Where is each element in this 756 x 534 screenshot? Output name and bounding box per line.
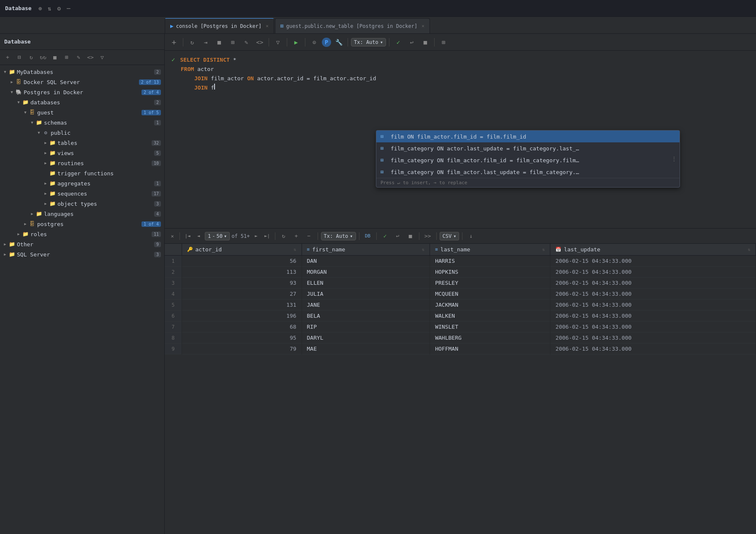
remove-row-btn[interactable]: − (304, 231, 315, 242)
cell-actor_id-3[interactable]: 93 (182, 278, 302, 289)
sidebar-item-schemas[interactable]: 📁 schemas 1 (0, 117, 164, 128)
cell-last_update-9[interactable]: 2006-02-15 04:34:33.000 (550, 343, 756, 354)
cell-actor_id-6[interactable]: 196 (182, 311, 302, 321)
cell-last_update-5[interactable]: 2006-02-15 04:34:33.000 (550, 300, 756, 311)
col-sort-last_update[interactable]: ⇅ (748, 247, 751, 252)
cell-last_update-2[interactable]: 2006-02-15 04:34:33.000 (550, 267, 756, 278)
autocomplete-dropdown[interactable]: ⊞ film ON film_actor.film_id = film.film… (376, 130, 680, 188)
stop-results-btn[interactable]: ■ (405, 231, 416, 242)
cell-first_name-6[interactable]: BELA (302, 311, 430, 321)
col-header-last_update[interactable]: 📅last_update⇅ (550, 244, 756, 256)
results-tx-select[interactable]: Tx: Auto ▾ (321, 232, 356, 240)
profile-btn[interactable]: P (322, 38, 331, 47)
table-tab-close[interactable]: ✕ (422, 23, 424, 29)
add-icon[interactable]: ⊕ (38, 5, 42, 12)
sidebar-item-mydatabases[interactable]: 📁 MyDatabases 2 (0, 67, 164, 77)
sidebar-item-docker-sql[interactable]: 🗄 Docker SQL Server 2 of 13 (0, 77, 164, 87)
undo-btn[interactable]: ↩ (406, 36, 418, 48)
sidebar-grid-btn[interactable]: ⊞ (62, 52, 72, 63)
cell-last_name-5[interactable]: JACKMAN (430, 300, 550, 311)
cell-actor_id-8[interactable]: 95 (182, 332, 302, 343)
cell-last_name-3[interactable]: PRESLEY (430, 278, 550, 289)
sidebar-item-public[interactable]: ⚙ public (0, 128, 164, 138)
sidebar-item-aggregates[interactable]: 📁 aggregates 1 (0, 178, 164, 188)
cell-last_name-2[interactable]: HOPKINS (430, 267, 550, 278)
revert-btn[interactable]: ↩ (392, 231, 403, 242)
apply-btn[interactable]: ✓ (380, 231, 391, 242)
tab-console[interactable]: ▶ console [Postgres in Docker] ✕ (165, 18, 274, 33)
cell-actor_id-9[interactable]: 79 (182, 343, 302, 354)
sidebar-item-tables[interactable]: 📁 tables 32 (0, 138, 164, 148)
cell-last_name-4[interactable]: MCQUEEN (430, 289, 550, 300)
sidebar-item-postgres-docker[interactable]: 🐘 Postgres in Docker 2 of 4 (0, 87, 164, 97)
autocomplete-item-3[interactable]: ⊞ film_category ON film_actor.last_updat… (376, 166, 680, 178)
db-icon-btn[interactable]: DB (362, 231, 373, 242)
cell-last_update-6[interactable]: 2006-02-15 04:34:33.000 (550, 311, 756, 321)
ac-more-btn[interactable]: ⋮ (671, 155, 677, 162)
cell-first_name-9[interactable]: MAE (302, 343, 430, 354)
cell-first_name-2[interactable]: MORGAN (302, 267, 430, 278)
cell-actor_id-5[interactable]: 131 (182, 300, 302, 311)
cell-last_name-1[interactable]: HARRIS (430, 256, 550, 267)
sidebar-code-btn[interactable]: <> (85, 52, 95, 63)
prev-page-btn[interactable]: ◄ (194, 232, 203, 241)
cell-actor_id-2[interactable]: 113 (182, 267, 302, 278)
cell-last_update-3[interactable]: 2006-02-15 04:34:33.000 (550, 278, 756, 289)
autocomplete-item-1[interactable]: ⊞ film_category ON actor.last_update = f… (376, 142, 680, 154)
sidebar-stop-btn[interactable]: ■ (50, 52, 60, 63)
cell-first_name-5[interactable]: JANE (302, 300, 430, 311)
add-row-btn[interactable]: + (291, 231, 302, 242)
sidebar-item-languages[interactable]: 📁 languages 4 (0, 209, 164, 219)
col-header-last_name[interactable]: ≡last_name⇅ (430, 244, 550, 256)
download-btn[interactable]: ↓ (465, 231, 476, 242)
layout-icon[interactable]: ⇅ (48, 5, 51, 12)
sidebar-copy-btn[interactable]: ⊟ (14, 52, 24, 63)
refresh-results-btn[interactable]: ↻ (278, 231, 289, 242)
history-btn[interactable]: ⊙ (308, 36, 320, 48)
sidebar-item-other[interactable]: 📁 Other 9 (0, 239, 164, 249)
sidebar-item-sqlserver[interactable]: 📁 SQL Server 3 (0, 249, 164, 259)
sidebar-item-object-types[interactable]: 📁 object types 3 (0, 199, 164, 209)
cell-last_update-4[interactable]: 2006-02-15 04:34:33.000 (550, 289, 756, 300)
sidebar-edit-btn[interactable]: ✎ (73, 52, 84, 63)
sidebar-item-postgres[interactable]: 🗄 postgres 1 of 4 (0, 219, 164, 229)
first-page-btn[interactable]: |◄ (183, 232, 192, 241)
tx-select[interactable]: Tx: Auto ▾ (351, 38, 386, 46)
col-header-actor_id[interactable]: 🔑actor_id⇅ (182, 244, 302, 256)
col-sort-last_name[interactable]: ⇅ (542, 247, 545, 252)
cell-first_name-7[interactable]: RIP (302, 321, 430, 332)
cell-actor_id-1[interactable]: 56 (182, 256, 302, 267)
cell-first_name-1[interactable]: DAN (302, 256, 430, 267)
sidebar-item-databases[interactable]: 📁 databases 2 (0, 97, 164, 107)
cell-last_name-7[interactable]: WINSLET (430, 321, 550, 332)
sidebar-refresh-all-btn[interactable]: ↻↻ (38, 52, 48, 63)
cell-last_update-8[interactable]: 2006-02-15 04:34:33.000 (550, 332, 756, 343)
results-close-btn[interactable]: ✕ (168, 232, 177, 240)
table-view-btn[interactable]: ⊞ (227, 36, 239, 48)
cell-actor_id-7[interactable]: 68 (182, 321, 302, 332)
sidebar-filter-btn[interactable]: ▽ (97, 52, 107, 63)
cell-actor_id-4[interactable]: 27 (182, 289, 302, 300)
stop-tx-btn[interactable]: ■ (419, 36, 431, 48)
expand-btn[interactable]: >> (422, 231, 433, 242)
sidebar-item-views[interactable]: 📁 views 5 (0, 148, 164, 158)
col-sort-first_name[interactable]: ⇅ (422, 247, 424, 252)
autocomplete-item-0[interactable]: ⊞ film ON film_actor.film_id = film.film… (376, 131, 680, 142)
cell-last_update-1[interactable]: 2006-02-15 04:34:33.000 (550, 256, 756, 267)
next-page-btn[interactable]: ► (252, 232, 261, 241)
sidebar-refresh-btn[interactable]: ↻ (26, 52, 36, 63)
sidebar-item-routines[interactable]: 📁 routines 10 (0, 158, 164, 168)
sidebar-item-guest[interactable]: 🗄 guest 1 of 5 (0, 107, 164, 117)
cell-last_update-7[interactable]: 2006-02-15 04:34:33.000 (550, 321, 756, 332)
sidebar-add-btn[interactable]: + (3, 52, 13, 63)
autocomplete-item-2[interactable]: ⊞ film_category ON film_actor.film_id = … (376, 154, 680, 166)
filter-btn[interactable]: ▽ (272, 36, 284, 48)
tab-table[interactable]: ⊞ guest.public.new_table [Postgres in Do… (275, 18, 430, 33)
sidebar-item-sequences[interactable]: 📁 sequences 17 (0, 188, 164, 199)
stop-editor-btn[interactable]: ■ (213, 36, 225, 48)
cell-last_name-8[interactable]: WAHLBERG (430, 332, 550, 343)
check-btn[interactable]: ✓ (392, 36, 404, 48)
cell-first_name-3[interactable]: ELLEN (302, 278, 430, 289)
results-table-wrap[interactable]: 🔑actor_id⇅≡first_name⇅≡last_name⇅📅last_u… (165, 244, 756, 465)
detach-btn[interactable]: ⇥ (200, 36, 212, 48)
